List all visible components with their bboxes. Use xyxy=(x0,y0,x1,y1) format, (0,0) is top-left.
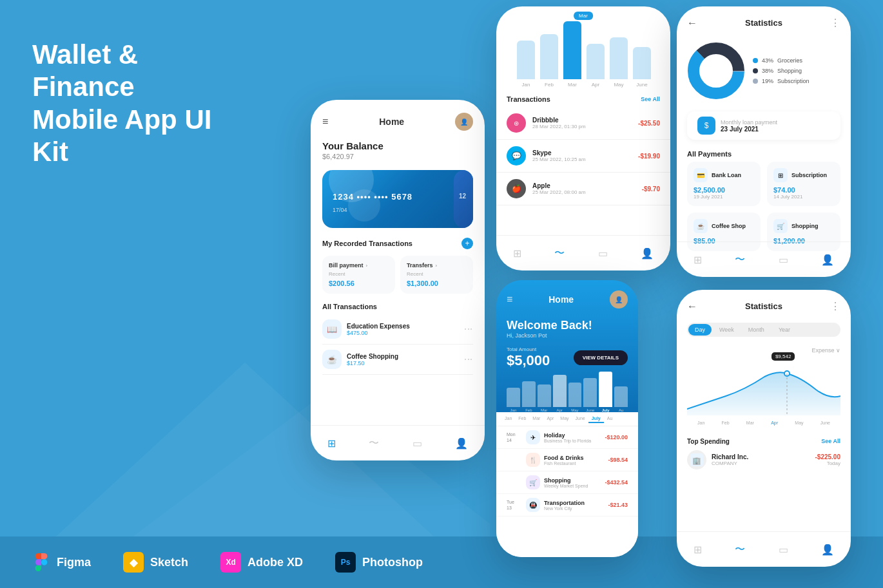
bar-feb-bar xyxy=(540,34,558,79)
trans-card-nav[interactable]: ▭ xyxy=(598,247,608,260)
all-payments-title: All Payments xyxy=(677,145,851,162)
subscription-title: Subscription xyxy=(791,172,827,178)
coffee-shop-title: Coffee Shop xyxy=(712,223,746,229)
richard-amount-wrap: -$225.00 Today xyxy=(815,453,840,466)
transfers-label: Transfers › xyxy=(407,262,467,269)
top-spending-label: Top Spending xyxy=(687,438,730,445)
bar-apr-label: Apr xyxy=(592,82,599,88)
welcome-title: Home xyxy=(548,294,574,305)
tab-week[interactable]: Week xyxy=(713,324,741,336)
bar-apr: Apr xyxy=(587,44,605,88)
month-tab-may[interactable]: May xyxy=(557,415,572,423)
stats2-home-nav[interactable]: ⊞ xyxy=(694,544,702,556)
top-spending-see-all[interactable]: See All xyxy=(821,438,840,445)
coffee-shop-header: ☕ Coffee Shop xyxy=(694,219,754,233)
stats-card-nav[interactable]: ▭ xyxy=(779,254,788,266)
stats-home-nav[interactable]: ⊞ xyxy=(694,254,702,266)
welcome-bar-mar: Mar xyxy=(538,384,551,412)
tab-day[interactable]: Day xyxy=(688,324,712,336)
stats-bottom-phone: ← Statistics ⋮ Day Week Month Year Expen… xyxy=(677,290,851,567)
month-tab-apr[interactable]: Apr xyxy=(543,415,557,423)
month-tab-jan[interactable]: Jan xyxy=(501,415,515,423)
xd-tool: Xd Adobe XD xyxy=(220,552,303,573)
line-chart: $9,542 xyxy=(687,357,840,418)
education-more-icon[interactable]: ⋮ xyxy=(463,325,474,334)
axis-may: May xyxy=(795,421,803,425)
chart-axis-labels: Jan Feb Mar Apr May June xyxy=(687,421,840,425)
month-tab-au[interactable]: Au xyxy=(604,415,616,423)
stats-more-icon[interactable]: ⋮ xyxy=(830,17,840,29)
hamburger-icon[interactable]: ≡ xyxy=(322,116,328,128)
stats2-activity-nav[interactable]: 〜 xyxy=(735,543,745,556)
tab-year[interactable]: Year xyxy=(772,324,797,336)
month-tab-mar[interactable]: Mar xyxy=(529,415,543,423)
skype-name: Skype xyxy=(532,149,638,156)
welcome-bar-july: July xyxy=(599,372,612,412)
see-all-link[interactable]: See All xyxy=(641,96,660,102)
welcome-greeting-section: Welcome Back! Hi, Jackson Pot xyxy=(496,319,638,346)
stats2-profile-nav[interactable]: 👤 xyxy=(821,544,834,556)
apple-name: Apple xyxy=(532,182,642,189)
balance-amount: $6,420.97 xyxy=(322,153,473,160)
legend-shopping: 38% Shopping xyxy=(753,68,810,74)
trans-profile-nav[interactable]: 👤 xyxy=(641,247,654,260)
stats-profile-nav[interactable]: 👤 xyxy=(821,254,834,266)
card-nav-icon[interactable]: ▭ xyxy=(412,437,422,450)
transfers-card[interactable]: Transfers › Recent $1,300.00 xyxy=(400,256,473,294)
welcome-bar-chart: Jan Feb Mar Apr May xyxy=(496,377,638,412)
month-tabs: Jan Feb Mar Apr May June July Au xyxy=(496,412,638,426)
shopping-trans-sub: Weekly Market Spend xyxy=(544,484,605,488)
loan-date: 23 July 2021 xyxy=(721,126,777,133)
apple-date: 25 Mar 2022, 08:00 am xyxy=(532,189,642,195)
balance-label: Your Balance xyxy=(322,140,473,151)
dribbble-name: Dribbble xyxy=(532,117,638,124)
legend-groceries-label: Groceries xyxy=(777,57,802,64)
bar-may-bar xyxy=(610,37,628,79)
education-amount: $475.00 xyxy=(347,330,464,336)
add-button[interactable]: + xyxy=(461,238,473,249)
welcome-bar-apr: Apr xyxy=(553,375,567,412)
coffee-more-icon[interactable]: ⋮ xyxy=(463,355,474,364)
bar-jan: Jan xyxy=(517,41,535,88)
food-sub: Fish Restaurant xyxy=(544,461,608,466)
holiday-name: Holiday xyxy=(544,432,605,439)
day-label-1: Mon14 xyxy=(507,432,526,443)
bank-loan-card[interactable]: 💳 Bank Loan $2,500.00 19 July 2021 xyxy=(687,162,761,206)
stats-bottom-bottom-nav: ⊞ 〜 ▭ 👤 xyxy=(677,531,851,567)
subscription-card[interactable]: ⊞ Subscription $74.00 14 July 2021 xyxy=(767,162,840,206)
shopping-trans-icon: 🛒 xyxy=(526,475,540,489)
all-transactions-title: All Transactions xyxy=(322,303,473,310)
month-tab-july[interactable]: July xyxy=(588,415,604,423)
stats-bottom-back-icon[interactable]: ← xyxy=(687,301,697,312)
stats-back-icon[interactable]: ← xyxy=(687,17,697,29)
bill-payment-card[interactable]: Bill payment › Recent $200.56 xyxy=(322,256,395,294)
welcome-hamburger-icon[interactable]: ≡ xyxy=(507,294,512,305)
figma-label: Figma xyxy=(57,556,91,569)
stats-top-phone: ← Statistics ⋮ 43% Groceries 38% Shoppin… xyxy=(677,6,851,277)
profile-nav-icon[interactable]: 👤 xyxy=(455,437,468,450)
trans-activity-nav[interactable]: 〜 xyxy=(554,247,565,260)
month-tab-feb[interactable]: Feb xyxy=(515,415,529,423)
view-details-button[interactable]: VIEW DETAILS xyxy=(574,350,628,365)
coffee-amount: $17.50 xyxy=(347,360,464,366)
transaction-cards: Bill payment › Recent $200.56 Transfers … xyxy=(311,253,485,296)
bar-chart: Jan Feb Mar Apr May June xyxy=(507,23,660,88)
activity-nav-icon[interactable]: 〜 xyxy=(369,437,379,450)
home-nav-icon[interactable]: ⊞ xyxy=(327,437,336,450)
transactions-title: Transactions xyxy=(507,95,550,103)
bar-mar-label: Mar xyxy=(568,82,577,88)
welcome-transactions: Mon14 ✈ Holiday Business Trip to Florida… xyxy=(496,426,638,557)
bank-loan-header: 💳 Bank Loan xyxy=(694,168,754,182)
trans-home-nav[interactable]: ⊞ xyxy=(513,247,521,260)
stats-activity-nav[interactable]: 〜 xyxy=(735,253,745,267)
month-tab-june[interactable]: June xyxy=(572,415,588,423)
stats-bottom-more-icon[interactable]: ⋮ xyxy=(830,300,840,312)
bar-june-label: June xyxy=(636,82,647,88)
ps-label: Photoshop xyxy=(362,556,423,569)
stats2-card-nav[interactable]: ▭ xyxy=(779,544,788,556)
welcome-phone-header: ≡ Home 👤 xyxy=(496,280,638,319)
loan-title: Monthly loan payment xyxy=(721,119,777,126)
card-partial: 12 xyxy=(454,170,473,228)
loan-icon: $ xyxy=(697,117,715,135)
tab-month[interactable]: Month xyxy=(742,324,771,336)
